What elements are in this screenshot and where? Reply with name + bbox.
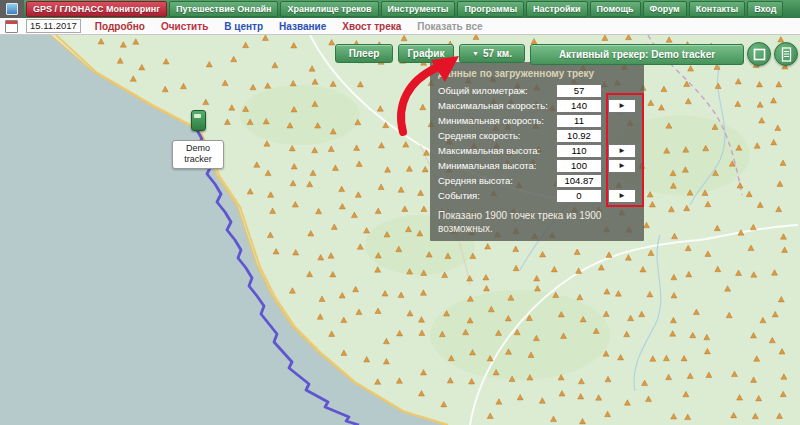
chevron-down-icon: ▼	[472, 50, 479, 57]
tracker-marker[interactable]: Demo tracker	[172, 110, 224, 169]
track-stat-row: Максимальная высота:110►	[438, 143, 636, 158]
stat-value: 57	[556, 84, 602, 98]
stat-label: Максимальная высота:	[438, 145, 552, 156]
toolbar-link-3[interactable]: Название	[279, 21, 326, 32]
active-tracker-bar: Активный трекер: Demo tracker	[530, 44, 744, 65]
stat-label: Средняя высота:	[438, 175, 552, 186]
nav-item-7[interactable]: Форум	[643, 1, 687, 17]
nav-item-1[interactable]: Путешествие Онлайн	[169, 1, 279, 17]
stat-value: 11	[556, 114, 602, 128]
stat-label: Средняя скорость:	[438, 130, 552, 141]
map-canvas	[0, 35, 800, 425]
stat-value: 0	[556, 189, 602, 203]
panel-rows: Общий километраж:57Максимальная скорость…	[438, 83, 636, 203]
nav-item-9[interactable]: Вход	[747, 1, 783, 17]
track-stat-row: Минимальная высота:100►	[438, 158, 636, 173]
distance-label: 57 км.	[483, 48, 512, 59]
stat-label: Минимальная скорость:	[438, 115, 552, 126]
toolbar-link-5[interactable]: Показать все	[417, 21, 482, 32]
calendar-icon[interactable]	[5, 20, 18, 33]
stat-label: Максимальная скорость:	[438, 100, 552, 111]
nav-item-8[interactable]: Контакты	[689, 1, 745, 17]
track-stat-row: События:0►	[438, 188, 636, 203]
panel-footer: Показано 1900 точек трека из 1900 возмож…	[438, 209, 628, 235]
track-stat-row: Минимальная скорость:11	[438, 113, 636, 128]
stat-value: 100	[556, 159, 602, 173]
nav-item-0[interactable]: GPS / ГЛОНАСС Мониторинг	[26, 1, 167, 17]
nav-item-6[interactable]: Помощь	[590, 1, 641, 17]
player-button[interactable]: Плеер	[335, 44, 393, 63]
panel-title: Данные по загруженному треку	[438, 68, 636, 79]
track-data-panel: Данные по загруженному треку Общий килом…	[430, 62, 644, 241]
date-field[interactable]: 15.11.2017	[26, 19, 81, 33]
map-toolbar: 15.11.2017 ПодробноОчиститьВ центрНазван…	[0, 18, 800, 35]
graph-button[interactable]: График	[398, 44, 454, 63]
tracker-label: Demo tracker	[172, 140, 224, 169]
stat-value: 140	[556, 99, 602, 113]
toolbar-link-1[interactable]: Очистить	[161, 21, 208, 32]
stat-value: 110	[556, 144, 602, 158]
top-nav: GPS / ГЛОНАСС МониторингПутешествие Онла…	[0, 0, 800, 18]
toolbar-links: ПодробноОчиститьВ центрНазваниеХвост тре…	[95, 21, 483, 32]
nav-item-5[interactable]: Настройки	[526, 1, 587, 17]
map-controls: Плеер График ▼ 57 км. Активный трекер: D…	[0, 44, 800, 66]
stat-play-button[interactable]: ►	[608, 159, 636, 173]
stat-value: 10.92	[556, 129, 602, 143]
track-stat-row: Средняя высота:104.87	[438, 173, 636, 188]
app-icon	[6, 3, 18, 15]
select-area-icon[interactable]	[747, 42, 771, 66]
toolbar-link-0[interactable]: Подробно	[95, 21, 145, 32]
stat-value: 104.87	[556, 174, 602, 188]
stat-play-button[interactable]: ►	[608, 99, 636, 113]
toolbar-link-2[interactable]: В центр	[224, 21, 263, 32]
stat-label: Минимальная высота:	[438, 160, 552, 171]
report-icon[interactable]	[774, 42, 798, 66]
stat-label: Общий километраж:	[438, 85, 552, 96]
track-stat-row: Общий километраж:57	[438, 83, 636, 98]
track-stat-row: Максимальная скорость:140►	[438, 98, 636, 113]
stat-play-button[interactable]: ►	[608, 189, 636, 203]
nav-item-4[interactable]: Программы	[457, 1, 524, 17]
system-icon-box	[0, 0, 24, 18]
nav-item-2[interactable]: Хранилище треков	[280, 1, 378, 17]
gps-monitoring-app: GPS / ГЛОНАСС МониторингПутешествие Онла…	[0, 0, 800, 425]
stat-play-button[interactable]: ►	[608, 144, 636, 158]
distance-dropdown[interactable]: ▼ 57 км.	[459, 44, 525, 63]
toolbar-link-4[interactable]: Хвост трека	[342, 21, 401, 32]
main-menu: GPS / ГЛОНАСС МониторингПутешествие Онла…	[26, 0, 798, 18]
nav-item-3[interactable]: Инструменты	[381, 1, 456, 17]
vehicle-icon	[191, 110, 206, 131]
map-tools	[747, 42, 800, 66]
stat-label: События:	[438, 190, 552, 201]
map-area[interactable]: Demo tracker Плеер График ▼ 57 км. Актив…	[0, 35, 800, 425]
track-stat-row: Средняя скорость:10.92	[438, 128, 636, 143]
